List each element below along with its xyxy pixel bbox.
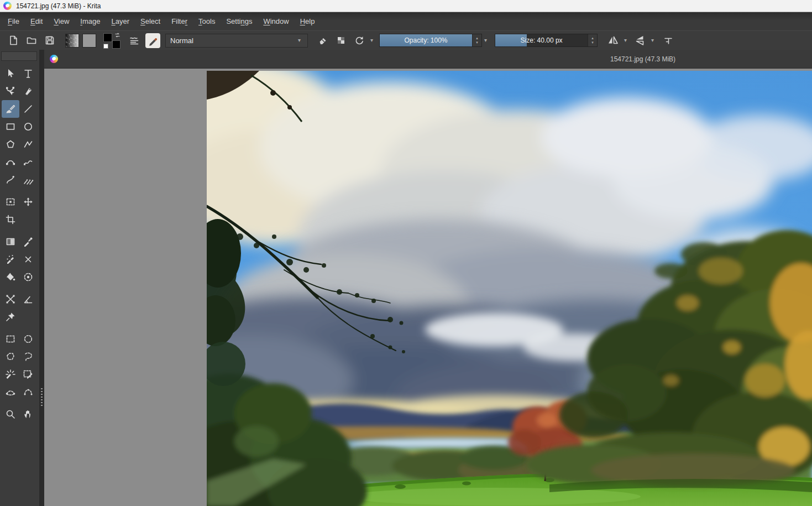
line-tool[interactable]: [19, 100, 37, 118]
vertical-mirror-dropdown[interactable]: ▾: [651, 38, 654, 43]
smart-patch-tool-icon: [23, 254, 34, 265]
new-document-button[interactable]: [6, 33, 20, 48]
toolbox-row: [0, 118, 39, 135]
color-sampler-tool[interactable]: [19, 233, 37, 251]
eraser-mode-button[interactable]: [315, 33, 330, 48]
assistants-tool[interactable]: [2, 290, 19, 308]
horizontal-mirror-icon: [607, 35, 619, 46]
menu-item-image[interactable]: Image: [75, 14, 106, 28]
brush-preset-button[interactable]: [145, 33, 160, 48]
pattern-chooser-button[interactable]: [82, 34, 96, 48]
edit-brush-settings-button[interactable]: [127, 33, 142, 48]
similar-color-select-tool[interactable]: [19, 366, 37, 383]
reload-preset-button[interactable]: [352, 33, 366, 48]
reload-preset-dropdown[interactable]: ▾: [370, 38, 373, 43]
magnetic-select-tool-icon: [23, 387, 34, 398]
edit-brush-settings-icon: [129, 35, 140, 46]
spin-down-icon[interactable]: ▾: [476, 40, 478, 45]
multibrush-tool[interactable]: [19, 171, 37, 189]
bezier-select-tool[interactable]: [2, 383, 19, 401]
toolbox-row: [0, 211, 39, 228]
dynamic-brush-tool[interactable]: [2, 171, 19, 189]
edit-shapes-tool[interactable]: [2, 82, 19, 100]
polygon-tool[interactable]: [2, 135, 19, 153]
menu-item-layer[interactable]: Layer: [106, 14, 135, 28]
horizontal-mirror-dropdown[interactable]: ▾: [624, 38, 627, 43]
color-sampler-tool-icon: [23, 236, 34, 247]
polygonal-select-tool[interactable]: [2, 348, 19, 366]
spin-up-icon[interactable]: ▴: [591, 36, 594, 40]
save-document-button[interactable]: [42, 33, 57, 48]
rectangle-tool[interactable]: [2, 118, 19, 135]
magnetic-select-tool[interactable]: [19, 383, 37, 401]
fill-tool[interactable]: [2, 268, 19, 286]
smart-patch-tool[interactable]: [19, 251, 37, 268]
toolbox-row: [0, 348, 39, 366]
reference-images-tool[interactable]: [2, 308, 19, 326]
foreground-background-colors[interactable]: [103, 32, 121, 49]
opacity-spinner[interactable]: ▴▾: [472, 34, 481, 46]
foreground-color-swatch[interactable]: [103, 33, 112, 42]
background-color-swatch[interactable]: [112, 40, 121, 49]
enclose-and-fill-tool[interactable]: [19, 268, 37, 286]
rectangular-select-tool[interactable]: [2, 330, 19, 348]
open-document-button[interactable]: [24, 33, 39, 48]
polyline-tool[interactable]: [19, 135, 37, 153]
crop-tool[interactable]: [2, 211, 19, 228]
freehand-brush-tool-icon: [5, 103, 16, 114]
vertical-mirror-button[interactable]: [632, 33, 647, 48]
brush-size-slider-label: Size: 40.00 px: [495, 34, 588, 46]
horizontal-mirror-button[interactable]: [605, 33, 620, 48]
toolbox-row: [0, 405, 39, 423]
menu-item-select[interactable]: Select: [135, 14, 166, 28]
main-area: 154721.jpg (47.3 MiB): [0, 50, 812, 506]
measure-tool[interactable]: [19, 290, 37, 308]
menu-item-help[interactable]: Help: [295, 14, 321, 28]
toolbox-docker-header[interactable]: [1, 51, 37, 61]
menu-item-file[interactable]: File: [2, 14, 25, 28]
contiguous-select-tool[interactable]: [2, 366, 19, 383]
move-tool[interactable]: [19, 193, 37, 211]
menu-item-view[interactable]: View: [48, 14, 75, 28]
reset-colors-swatch[interactable]: [103, 44, 108, 49]
freehand-path-tool[interactable]: [19, 153, 37, 171]
vertical-mirror-icon: [635, 35, 646, 46]
calligraphy-tool[interactable]: [19, 82, 37, 100]
bezier-curve-tool[interactable]: [2, 153, 19, 171]
zoom-tool[interactable]: [2, 405, 19, 423]
wrap-around-button[interactable]: [661, 33, 675, 48]
preserve-alpha-button[interactable]: [333, 33, 348, 48]
chevron-down-icon: ▾: [298, 38, 301, 43]
transform-tool[interactable]: [2, 193, 19, 211]
elliptical-select-tool[interactable]: [19, 330, 37, 348]
spin-down-icon[interactable]: ▾: [591, 40, 594, 45]
freehand-select-tool[interactable]: [19, 348, 37, 366]
transform-select-tool[interactable]: [2, 65, 19, 82]
pan-tool[interactable]: [19, 405, 37, 423]
opacity-dropdown[interactable]: ▾: [484, 38, 487, 43]
docker-splitter[interactable]: [39, 50, 44, 506]
brush-size-slider[interactable]: Size: 40.00 px ▴▾: [495, 34, 598, 47]
menu-item-tools[interactable]: Tools: [193, 14, 221, 28]
krita-app-icon: [3, 2, 12, 10]
gradient-tool[interactable]: [2, 233, 19, 251]
opacity-slider[interactable]: Opacity: 100% ▴▾: [379, 34, 482, 47]
window-titlebar[interactable]: 154721.jpg (47.3 MiB) - Krita: [0, 0, 812, 12]
blending-mode-select[interactable]: Normal ▾: [165, 34, 308, 48]
menu-item-filter[interactable]: Filter: [166, 14, 193, 28]
zoom-tool-icon: [5, 409, 16, 420]
menu-item-edit[interactable]: Edit: [25, 14, 48, 28]
freehand-brush-tool[interactable]: [2, 100, 19, 118]
menu-item-settings[interactable]: Settings: [221, 14, 258, 28]
colorize-mask-tool[interactable]: [2, 251, 19, 268]
menu-item-window[interactable]: Window: [258, 14, 294, 28]
ellipse-tool[interactable]: [19, 118, 37, 135]
subwindow-titlebar[interactable]: 154721.jpg (47.3 MiB): [44, 50, 812, 69]
gradient-chooser-button[interactable]: [65, 34, 79, 48]
colorize-mask-tool-icon: [5, 254, 16, 265]
text-tool[interactable]: [19, 65, 37, 82]
swap-colors-icon[interactable]: [114, 32, 121, 38]
brush-size-spinner[interactable]: ▴▾: [588, 34, 597, 46]
canvas-image[interactable]: [207, 71, 812, 506]
spin-up-icon[interactable]: ▴: [476, 36, 478, 40]
